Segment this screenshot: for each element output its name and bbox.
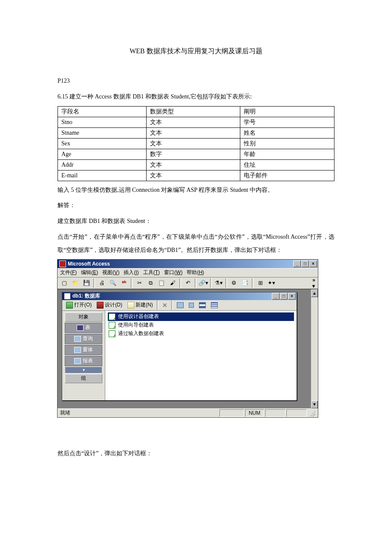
separator-icon [131,278,133,288]
view-large-button[interactable] [175,301,186,310]
table-row: Addr文本住址 [58,159,334,170]
resize-grip-icon[interactable] [308,410,315,416]
objects-pane: 对象 表 查询 窗体 报表 ▾ 组 [62,311,105,400]
table-row: Stno文本学号 [58,117,334,127]
menu-view[interactable]: 视图(V) [102,269,119,276]
table-row: Sex文本性别 [58,138,334,149]
new-button[interactable]: 新建(N) [125,301,155,310]
cut-icon[interactable]: ✂ [134,278,144,288]
status-cell [265,409,285,417]
separator-icon [157,301,159,310]
step-1: 建立数据库 DB1 和数据表 Student： [58,215,334,228]
print-preview-icon[interactable]: 🔍 [108,278,118,288]
menu-tools[interactable]: 工具(T) [143,269,160,276]
design-button[interactable]: 设计(D) [95,301,124,310]
object-forms[interactable]: 窗体 [65,345,102,355]
object-tables[interactable]: 表 [65,323,102,333]
minimize-button[interactable]: _ [293,260,301,267]
document-title: WEB 数据库技术与应用复习大纲及课后习题 [58,47,334,56]
fields-table: 字段名 数据类型 阐明 Stno文本学号 Stname文本姓名 Sex文本性别 … [58,106,334,181]
delete-icon: ✕ [162,302,167,309]
view-details-button[interactable] [209,301,220,310]
view-small-button[interactable] [187,301,196,310]
list-item[interactable]: 通过输入数据创建表 [108,330,294,338]
spellcheck-icon[interactable]: ᵃᵇ [119,278,129,288]
new-icon [127,302,134,309]
scroll-up-icon[interactable]: ▲ [311,289,318,297]
shortcut-icon [109,313,115,320]
window-title: Microsoft Access [68,261,293,267]
objects-header[interactable]: 对象 [65,312,102,322]
table-icon [77,325,84,331]
separator-icon [171,301,173,310]
table-row: Stname文本姓名 [58,127,334,138]
details-icon [211,302,218,308]
separator-icon [210,278,212,288]
query-icon [74,336,81,342]
database-toolbar: 打开(O) 设计(D) 新建(N) ✕ [62,300,297,311]
answer-label: 解答： [58,199,334,212]
form-icon [74,347,81,353]
inner-close-button[interactable]: × [288,293,296,300]
menu-help[interactable]: 帮助(H) [187,269,204,276]
objects-more[interactable]: ▾ [65,367,102,373]
titlebar[interactable]: Microsoft Access _ □ × [58,260,318,268]
shortcut-icon [109,330,115,337]
print-icon[interactable]: 🖨 [97,278,107,288]
table-header-row: 字段名 数据类型 阐明 [58,106,334,117]
view-list-button[interactable] [197,301,208,310]
format-painter-icon[interactable]: 🖌 [167,278,178,288]
menu-edit[interactable]: 编辑(E) [81,269,98,276]
close-button[interactable]: × [309,260,317,267]
design-icon [97,302,104,309]
separator-icon [252,278,254,288]
list-item[interactable]: 使用向导创建表 [108,321,294,330]
status-cell [286,409,307,417]
status-num: NUM [245,409,264,417]
access-app-icon [59,260,66,267]
inner-titlebar[interactable]: db1: 数据库 _ □ × [62,292,297,300]
report-icon [74,358,81,364]
menu-insert[interactable]: 插入(I) [124,269,138,276]
large-icons-icon [177,302,184,308]
after-image-text: 然后点击“设计”，弹出如下对话框： [58,447,334,460]
new-object-icon[interactable]: ✦▾ [266,278,277,288]
step-2: 点击“开始”，在子菜单中再点击“程序”，在下级菜单中点击“办公软件”，选取“Mi… [58,231,334,257]
separator-icon [179,278,181,288]
table-row: Age数字年龄 [58,149,334,159]
inner-minimize-button[interactable]: _ [272,293,280,300]
analyze-icon[interactable]: ⚗▾ [213,278,224,288]
properties-icon[interactable]: 📑 [240,278,250,288]
small-icons-icon [189,303,194,308]
new-icon[interactable]: ▢ [59,278,69,288]
undo-icon[interactable]: ↶ [183,278,193,288]
access-window: Microsoft Access _ □ × 文件(F) 编辑(E) 视图(V)… [58,260,318,417]
copy-icon[interactable]: ⧉ [145,278,156,288]
vertical-scrollbar[interactable]: ▲ ▼ [311,289,318,408]
code-icon[interactable]: ⚙ [229,278,239,288]
maximize-button[interactable]: □ [301,260,309,267]
open-button[interactable]: 打开(O) [64,301,94,310]
problem-intro: 6.15 建立一种 Access 数据库 DB1 和数据表 Student,它包… [58,90,334,104]
inner-maximize-button[interactable]: □ [280,293,288,300]
list-pane: 使用设计器创建表 使用向导创建表 通过输入数据创建表 [105,311,297,400]
delete-button[interactable]: ✕ [160,301,170,310]
list-item[interactable]: 使用设计器创建表 [108,312,294,321]
main-toolbar: ▢ 📁 💾 🖨 🔍 ᵃᵇ ✂ ⧉ 📋 🖌 ↶ 🔗▾ ⚗▾ ⚙ 📑 ⊞ ✦▾ »▾ [58,278,318,289]
office-links-icon[interactable]: 🔗▾ [198,278,208,288]
object-queries[interactable]: 查询 [65,334,102,344]
save-icon[interactable]: 💾 [81,278,92,288]
relationships-icon[interactable]: ⊞ [255,278,265,288]
open-icon [66,302,73,309]
groups-header[interactable]: 组 [65,374,102,383]
separator-icon [93,278,95,288]
shortcut-icon [109,322,115,329]
scroll-down-icon[interactable]: ▼ [311,401,318,408]
toolbar-overflow-icon[interactable]: »▾ [312,277,316,289]
menu-file[interactable]: 文件(F) [60,269,77,276]
page-ref: P123 [58,75,334,88]
open-icon[interactable]: 📁 [70,278,81,288]
menu-window[interactable]: 窗口(W) [164,269,182,276]
paste-icon[interactable]: 📋 [156,278,167,288]
object-reports[interactable]: 报表 [65,356,102,366]
